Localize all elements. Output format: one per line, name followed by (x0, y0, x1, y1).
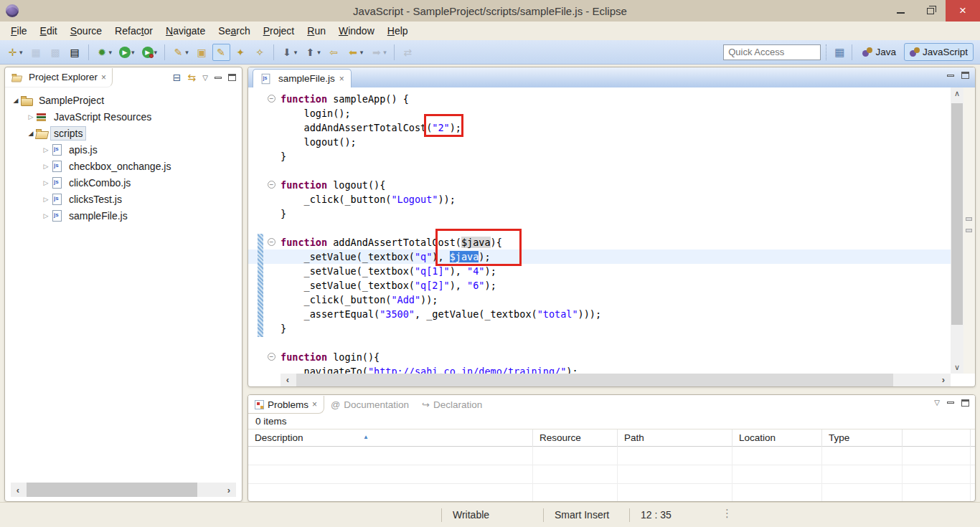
expand-arrow-icon[interactable]: ▷ (41, 146, 51, 153)
menu-help[interactable]: Help (381, 23, 415, 39)
tree-item-clickstest-js[interactable]: ▷clicksTest.js (5, 191, 242, 207)
scroll-right-icon[interactable]: › (222, 485, 236, 495)
maximize-button[interactable] (915, 0, 946, 22)
column-header-location[interactable]: Location (732, 429, 822, 447)
dropdown-arrow-icon[interactable]: ▾ (360, 49, 364, 56)
code-line[interactable]: logout(); (248, 135, 951, 149)
minimize-view-icon[interactable] (215, 77, 222, 79)
fold-collapse-icon[interactable]: − (268, 238, 275, 246)
dropdown-arrow-icon[interactable]: ▾ (154, 49, 158, 56)
annotation-mark[interactable] (966, 229, 972, 232)
record-button[interactable]: ✎▾ (169, 44, 192, 61)
link-editor-button[interactable]: ⇄ (399, 44, 417, 61)
minimize-view-icon[interactable] (947, 402, 954, 404)
dropdown-arrow-icon[interactable]: ▾ (131, 49, 135, 56)
menu-source[interactable]: Source (64, 23, 108, 39)
menu-run[interactable]: Run (301, 23, 332, 39)
tree-item-samplefile-js[interactable]: ▷sampleFile.js (5, 207, 242, 224)
dropdown-arrow-icon[interactable]: ▾ (185, 49, 189, 56)
menu-navigate[interactable]: Navigate (159, 23, 212, 39)
forward-button[interactable]: ➡▾ (367, 44, 390, 61)
fold-collapse-icon[interactable]: − (268, 181, 275, 189)
tree-item-sampleproject[interactable]: ◢SampleProject (5, 92, 242, 108)
close-tab-icon[interactable]: × (312, 399, 317, 409)
menu-file[interactable]: File (4, 23, 34, 39)
new-wizard-button[interactable]: ✛▾ (4, 44, 26, 61)
new-package-button[interactable]: ✧ (251, 44, 269, 61)
last-edit-button[interactable]: ⇦ (325, 44, 343, 61)
close-button[interactable]: × (946, 0, 980, 22)
tab-samplefile-js[interactable]: sampleFile.js × (253, 69, 352, 87)
open-perspective-button[interactable]: ▦ (831, 46, 847, 59)
view-menu-icon[interactable]: ▽ (202, 74, 208, 82)
code-line[interactable]: _click(_button("Add")); (248, 293, 951, 307)
tab-problems[interactable]: Problems× (248, 396, 324, 414)
code-line[interactable] (248, 221, 951, 235)
print-button[interactable]: ▤ (66, 44, 84, 61)
code-line[interactable]: −function sampleApp() { (248, 92, 951, 106)
tree-item-checkbox-onchange-js[interactable]: ▷checkbox_onchange.js (5, 158, 242, 174)
tree-item-apis-js[interactable]: ▷apis.js (5, 141, 242, 158)
tree-item-javascript-resources[interactable]: ▷JavaScript Resources (5, 108, 242, 125)
prev-annotation-button[interactable]: ⬆▾ (301, 44, 324, 61)
scroll-right-icon[interactable]: › (936, 374, 951, 385)
fold-collapse-icon[interactable]: − (268, 95, 275, 103)
tab-declaration[interactable]: ↪Declaration (415, 396, 489, 414)
quick-access-input[interactable] (723, 44, 821, 60)
mark-occurrences-button[interactable]: ✎ (212, 44, 230, 61)
expand-arrow-icon[interactable]: ▷ (26, 113, 36, 120)
perspective-java-button[interactable]: Java (857, 43, 902, 61)
run-external-button[interactable]: ▶▾ (139, 44, 161, 61)
minimize-view-icon[interactable] (947, 75, 954, 77)
menu-search[interactable]: Search (212, 23, 256, 39)
tree-item-clickcombo-js[interactable]: ▷clickCombo.js (5, 174, 242, 191)
tree-item-scripts[interactable]: ◢scripts (5, 125, 242, 141)
back-button[interactable]: ⬅▾ (344, 44, 367, 61)
collapse-arrow-icon[interactable]: ◢ (26, 130, 36, 137)
code-line[interactable]: navigateTo("http://sahi.co.in/demo/train… (248, 364, 951, 374)
code-line[interactable]: login(); (248, 106, 951, 120)
perspective-javascript-button[interactable]: JavaScript (904, 43, 974, 61)
run-button[interactable]: ▶▾ (116, 44, 138, 61)
close-tab-icon[interactable]: × (101, 72, 106, 82)
overview-ruler[interactable] (963, 87, 975, 374)
minimize-button[interactable] (885, 0, 915, 22)
code-line-current[interactable]: _setValue(_textbox("q"), $java); (248, 250, 951, 264)
scrollbar-thumb[interactable] (27, 483, 197, 497)
scrollbar-thumb[interactable] (296, 374, 893, 386)
code-line[interactable]: −function logout(){ (248, 178, 951, 192)
menu-edit[interactable]: Edit (34, 23, 64, 39)
code-line[interactable]: _setValue(_textbox("q[2]"), "6"); (248, 278, 951, 293)
maximize-view-icon[interactable] (228, 74, 236, 81)
close-tab-icon[interactable]: × (339, 74, 344, 84)
column-header-description[interactable]: Description▲ (248, 429, 533, 447)
save-all-button[interactable]: ▩ (47, 44, 65, 61)
open-resource-button[interactable]: ▣ (193, 44, 211, 61)
code-line[interactable]: } (248, 321, 951, 336)
expand-arrow-icon[interactable]: ▷ (41, 179, 51, 186)
dropdown-arrow-icon[interactable]: ▾ (109, 49, 113, 56)
menu-project[interactable]: Project (257, 23, 301, 39)
column-header-type[interactable]: Type (822, 429, 903, 447)
column-header-empty[interactable] (903, 429, 971, 447)
statusbar-grip-icon[interactable]: ⋮ (722, 507, 731, 520)
next-annotation-button[interactable]: ⬇▾ (278, 44, 301, 61)
annotation-mark[interactable] (966, 217, 972, 221)
editor-hscrollbar[interactable]: ‹ › (281, 374, 951, 386)
scroll-left-icon[interactable]: ‹ (11, 485, 25, 495)
code-line[interactable]: _click(_button("Logout")); (248, 192, 951, 206)
code-line[interactable]: } (248, 206, 951, 221)
code-line[interactable]: } (248, 149, 951, 163)
menu-window[interactable]: Window (332, 23, 381, 39)
code-line[interactable]: −function addAndAssertTotalCost($java){ (248, 235, 951, 250)
expand-arrow-icon[interactable]: ▷ (41, 163, 51, 170)
code-line[interactable] (248, 163, 951, 178)
project-explorer-hscrollbar[interactable]: ‹ › (11, 483, 236, 497)
column-header-path[interactable]: Path (618, 429, 732, 447)
debug-button[interactable]: ✹▾ (93, 44, 116, 61)
expand-arrow-icon[interactable]: ▷ (41, 212, 51, 219)
editor-vscrollbar[interactable]: ∧ ∨ (951, 87, 963, 374)
code-line[interactable]: _assertEqual("3500", _getValue(_textbox(… (248, 307, 951, 321)
dropdown-arrow-icon[interactable]: ▾ (383, 49, 387, 56)
maximize-view-icon[interactable] (961, 399, 969, 407)
